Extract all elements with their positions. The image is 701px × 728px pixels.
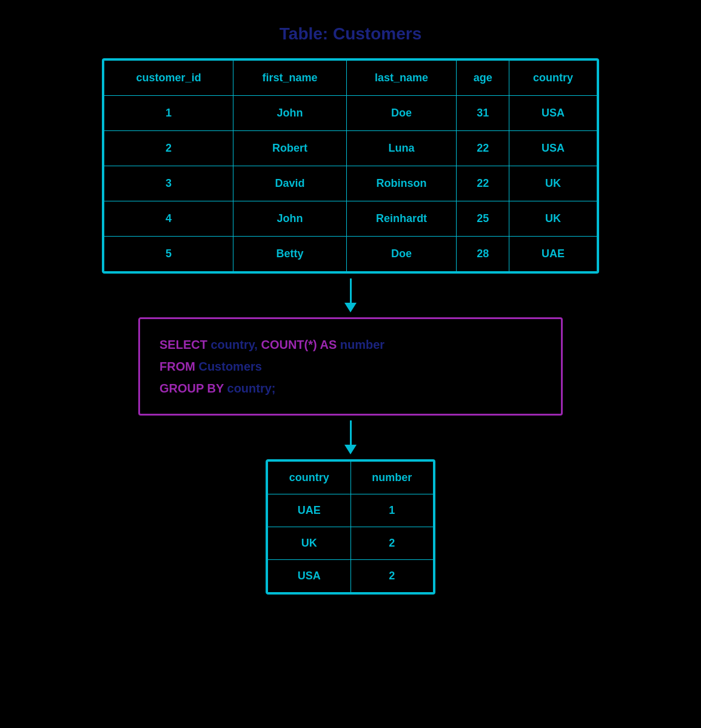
sql-keyword-count: COUNT(*) AS — [261, 338, 337, 351]
result-col-country: country — [268, 462, 351, 494]
table-cell: UAE — [509, 237, 597, 272]
table-cell: UK — [509, 201, 597, 237]
table-cell: 5 — [104, 237, 233, 272]
result-cell: USA — [268, 560, 351, 593]
arrow-head-2 — [344, 445, 357, 454]
table-row: 1JohnDoe31USA — [104, 96, 597, 131]
table-cell: 28 — [457, 237, 509, 272]
table-cell: USA — [509, 131, 597, 166]
result-col-number: number — [350, 462, 434, 494]
result-cell: 2 — [350, 527, 434, 560]
col-header-customer-id: customer_id — [104, 61, 233, 96]
table-row: 3DavidRobinson22UK — [104, 166, 597, 201]
result-cell: UAE — [268, 494, 351, 527]
table-cell: Doe — [346, 237, 457, 272]
arrow-line-2 — [350, 420, 352, 445]
table-cell: 2 — [104, 131, 233, 166]
result-header-row: country number — [268, 462, 434, 494]
customers-table-wrapper: customer_id first_name last_name age cou… — [102, 58, 599, 274]
table-cell: 31 — [457, 96, 509, 131]
sql-line-3: GROUP BY country; — [159, 377, 542, 399]
table-cell: Robert — [233, 131, 347, 166]
result-table-wrapper: country number UAE1UK2USA2 — [266, 459, 435, 595]
table-cell: USA — [509, 96, 597, 131]
arrow-head-1 — [344, 303, 357, 312]
table-cell: 22 — [457, 131, 509, 166]
table-cell: 1 — [104, 96, 233, 131]
table-row: 5BettyDoe28UAE — [104, 237, 597, 272]
sql-text-customers: Customers — [195, 360, 262, 373]
arrow-line-1 — [350, 278, 352, 303]
sql-keyword-select: SELECT — [159, 338, 207, 351]
sql-keyword-groupby: GROUP BY — [159, 382, 224, 395]
sql-text-number: number — [337, 338, 384, 351]
result-table: country number UAE1UK2USA2 — [267, 461, 434, 593]
table-cell: David — [233, 166, 347, 201]
table-cell: John — [233, 201, 347, 237]
col-header-age: age — [457, 61, 509, 96]
table-cell: UK — [509, 166, 597, 201]
col-header-country: country — [509, 61, 597, 96]
table-row: 4JohnReinhardt25UK — [104, 201, 597, 237]
table-cell: Reinhardt — [346, 201, 457, 237]
col-header-last-name: last_name — [346, 61, 457, 96]
result-row: UK2 — [268, 527, 434, 560]
sql-line-1: SELECT country, COUNT(*) AS number — [159, 334, 542, 356]
diagram-container: Table: Customers customer_id first_name … — [78, 24, 623, 595]
table-cell: Luna — [346, 131, 457, 166]
arrow-2 — [344, 420, 357, 454]
result-cell: 1 — [350, 494, 434, 527]
result-row: USA2 — [268, 560, 434, 593]
result-row: UAE1 — [268, 494, 434, 527]
page-title: Table: Customers — [280, 24, 421, 44]
sql-line-2: FROM Customers — [159, 356, 542, 377]
arrow-1 — [344, 278, 357, 312]
result-cell: UK — [268, 527, 351, 560]
table-header-row: customer_id first_name last_name age cou… — [104, 61, 597, 96]
table-cell: 22 — [457, 166, 509, 201]
sql-box: SELECT country, COUNT(*) AS number FROM … — [138, 317, 563, 416]
sql-text-country: country, — [207, 338, 261, 351]
table-cell: 4 — [104, 201, 233, 237]
table-cell: Robinson — [346, 166, 457, 201]
table-cell: 3 — [104, 166, 233, 201]
sql-text-country-groupby: country; — [224, 382, 276, 395]
table-cell: Betty — [233, 237, 347, 272]
table-cell: 25 — [457, 201, 509, 237]
table-row: 2RobertLuna22USA — [104, 131, 597, 166]
col-header-first-name: first_name — [233, 61, 347, 96]
customers-table: customer_id first_name last_name age cou… — [104, 60, 597, 272]
table-cell: John — [233, 96, 347, 131]
result-cell: 2 — [350, 560, 434, 593]
table-cell: Doe — [346, 96, 457, 131]
sql-keyword-from: FROM — [159, 360, 195, 373]
